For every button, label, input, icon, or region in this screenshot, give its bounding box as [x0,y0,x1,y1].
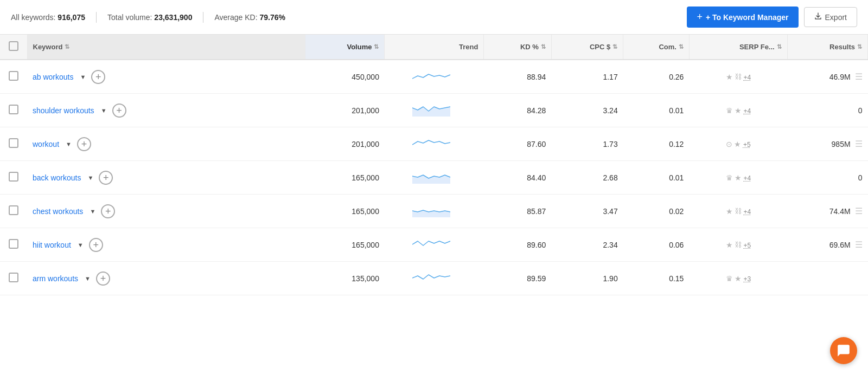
volume-cell-4: 165,000 [305,195,385,228]
serp-more-1[interactable]: +4 [743,107,751,115]
keyword-dropdown-6[interactable]: ▼ [85,275,91,282]
results-cell-4: 74.4M ☰ [787,195,867,228]
serp-icons-0: ★⛓ [726,73,742,81]
serp-cell-3: ♛★ +4 [689,161,787,195]
serp-icons-5: ★⛓ [726,241,742,249]
keyword-dropdown-0[interactable]: ▼ [80,74,86,80]
results-cell-3: 0 [787,161,867,195]
link-icon: ⛓ [735,241,742,249]
com-filter[interactable]: Com. ⇅ [659,43,684,51]
star-icon: ★ [735,106,742,115]
keyword-link-6[interactable]: arm workouts [33,274,78,283]
crown-icon: ♛ [726,173,733,182]
results-filter[interactable]: Results ⇅ [829,43,862,51]
trend-cell-5 [385,228,484,262]
serp-icons-6: ♛★ [726,274,742,283]
trend-cell-0 [385,60,484,94]
row-checkbox-5[interactable] [9,239,18,249]
serp-cell-1: ♛★ +4 [689,94,787,127]
results-value-3: 0 [858,173,863,182]
trend-cell-4 [385,195,484,228]
add-keyword-btn-3[interactable]: + [99,171,113,185]
kd-cell-6: 89.59 [484,262,551,295]
kd-cell-4: 85.87 [484,195,551,228]
keyword-link-4[interactable]: chest workouts [33,207,83,216]
serp-more-3[interactable]: +4 [743,174,751,182]
com-cell-6: 0.15 [623,262,690,295]
serp-more-4[interactable]: +4 [743,208,751,216]
volume-cell-5: 165,000 [305,228,385,262]
kd-filter-icon: ⇅ [541,43,546,50]
add-keyword-btn-0[interactable]: + [91,70,105,84]
doc-icon-4[interactable]: ☰ [855,206,863,216]
keyword-link-3[interactable]: back workouts [33,173,81,182]
add-keyword-btn-1[interactable]: + [112,104,126,118]
keyword-dropdown-5[interactable]: ▼ [78,242,84,248]
doc-icon-2[interactable]: ☰ [855,139,863,148]
cpc-filter[interactable]: CPC $ ⇅ [590,43,617,51]
keyword-dropdown-3[interactable]: ▼ [87,174,93,181]
results-cell-5: 69.6M ☰ [787,228,867,262]
row-checkbox-2[interactable] [9,138,18,148]
sparkline-3 [412,169,456,186]
results-filter-icon: ⇅ [857,43,862,50]
trend-cell-1 [385,94,484,127]
add-keyword-btn-4[interactable]: + [101,204,115,218]
keywords-table-container: Keyword ⇅ Volume ⇅ Trend KD % ⇅ [0,35,868,295]
keyword-link-0[interactable]: ab workouts [33,73,73,81]
keyword-link-5[interactable]: hiit workout [33,241,71,249]
kd-cell-1: 84.28 [484,94,551,127]
sparkline-5 [412,236,456,254]
serp-more-2[interactable]: +5 [743,141,751,148]
keyword-manager-button[interactable]: + + To Keyword Manager [687,7,798,28]
select-all-checkbox[interactable] [9,41,18,51]
star-icon: ★ [734,140,741,148]
cpc-cell-3: 2.68 [551,161,623,195]
divider-2 [203,12,203,23]
add-keyword-btn-2[interactable]: + [77,137,91,151]
star-icon: ★ [726,73,733,81]
avg-kd-value: 79.76% [259,13,285,22]
doc-icon-5[interactable]: ☰ [855,240,863,249]
row-checkbox-0[interactable] [9,71,18,81]
com-cell-0: 0.26 [623,60,690,94]
row-checkbox-3[interactable] [9,172,18,182]
keyword-link-1[interactable]: shoulder workouts [33,106,94,115]
keyword-dropdown-1[interactable]: ▼ [101,107,107,114]
doc-icon-0[interactable]: ☰ [855,72,863,81]
keyword-col-header: Keyword ⇅ [27,35,305,60]
link-icon: ⛓ [735,207,742,215]
sparkline-1 [412,101,456,119]
keyword-dropdown-4[interactable]: ▼ [90,208,95,215]
serp-more-6[interactable]: +3 [743,275,751,283]
results-value-1: 0 [858,106,863,115]
crown-icon: ♛ [726,106,733,115]
serp-filter[interactable]: SERP Fe... ⇅ [739,43,782,51]
kd-filter[interactable]: KD % ⇅ [520,43,546,51]
avg-kd-label: Average KD: 79.76% [214,13,285,22]
cpc-cell-5: 2.34 [551,228,623,262]
serp-icons-1: ♛★ [726,106,742,115]
add-keyword-btn-5[interactable]: + [89,238,103,252]
keyword-dropdown-2[interactable]: ▼ [66,141,72,147]
keyword-filter[interactable]: Keyword ⇅ [33,43,70,51]
export-button[interactable]: Export [804,7,857,27]
cpc-cell-1: 3.24 [551,94,623,127]
table-row: shoulder workouts ▼ + 201,00084.283.240.… [0,94,868,127]
row-checkbox-4[interactable] [9,205,18,215]
keyword-link-2[interactable]: workout [33,140,59,148]
star-icon: ★ [735,274,742,283]
serp-more-5[interactable]: +5 [743,242,751,249]
serp-more-0[interactable]: +4 [743,74,751,81]
results-value-2: 985M [832,140,851,148]
cpc-col-header: CPC $ ⇅ [551,35,623,60]
row-checkbox-6[interactable] [9,273,18,282]
results-value-5: 69.6M [829,241,851,249]
volume-cell-2: 201,000 [305,127,385,161]
sparkline-6 [412,269,456,287]
add-keyword-btn-6[interactable]: + [96,271,110,286]
link-icon: ⛓ [735,73,742,81]
com-cell-4: 0.02 [623,195,690,228]
row-checkbox-1[interactable] [9,105,18,114]
volume-filter[interactable]: Volume ⇅ [347,43,379,51]
